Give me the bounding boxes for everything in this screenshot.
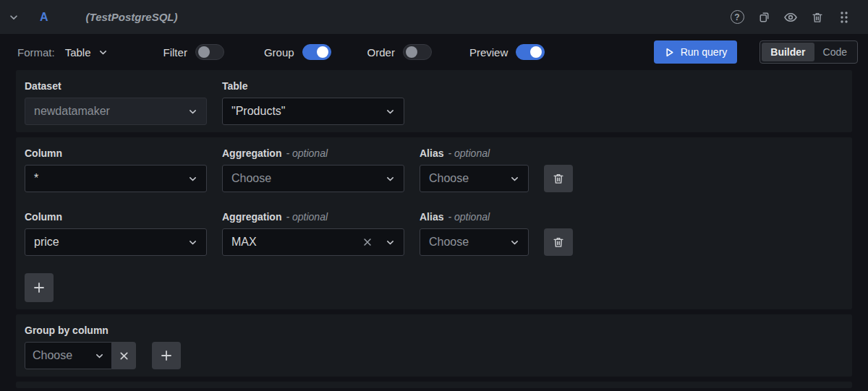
toggle-knob (317, 46, 328, 58)
chevron-down-icon (98, 48, 108, 57)
order-toggle-group: Order (367, 44, 432, 60)
filter-toggle-group: Filter (163, 44, 224, 60)
builder-mode-option[interactable]: Builder (762, 43, 814, 61)
next-section-panel (16, 382, 852, 388)
toggle-knob (406, 46, 417, 58)
select-chevron-icon (386, 238, 395, 247)
filter-toggle-label: Filter (163, 46, 187, 59)
remove-column-button[interactable] (544, 165, 573, 192)
eye-icon (783, 10, 798, 25)
add-column-button[interactable] (25, 273, 54, 302)
alias-select[interactable]: Choose (420, 165, 529, 192)
query-header-actions: ? (729, 9, 852, 25)
group-by-panel: Group by column Choose (16, 314, 852, 377)
query-toolbar: Format: Table Filter Group Order Preview… (0, 34, 868, 70)
clear-x-icon (119, 351, 129, 361)
table-select[interactable]: "Products" (222, 98, 404, 125)
group-toggle-label: Group (264, 46, 294, 59)
select-chevron-icon (510, 238, 519, 247)
plus-icon (161, 350, 172, 361)
dataset-select[interactable]: newdatamaker (25, 98, 207, 125)
format-value: Table (65, 46, 91, 59)
column-row: Column price Aggregation - optional MAX (25, 211, 843, 256)
remove-group-by-button[interactable] (112, 342, 136, 369)
optional-suffix: - optional (448, 147, 490, 159)
dataset-table-panel: Dataset newdatamaker Table "Products" (16, 70, 852, 132)
select-chevron-icon (386, 174, 395, 184)
column-label: Column (25, 147, 207, 159)
remove-column-button[interactable] (544, 228, 573, 256)
filter-toggle[interactable] (195, 44, 224, 60)
run-query-button[interactable]: Run query (654, 40, 738, 64)
optional-suffix: - optional (286, 147, 328, 159)
duplicate-query-button[interactable] (756, 9, 772, 25)
alias-label: Alias - optional (420, 147, 529, 159)
group-by-label: Group by column (25, 325, 843, 336)
select-chevron-icon (386, 107, 395, 116)
order-toggle[interactable] (403, 44, 432, 60)
dataset-label: Dataset (25, 80, 207, 92)
aggregation-select[interactable]: MAX (222, 228, 404, 256)
columns-panel: Column * Aggregation - optional Choose (16, 137, 852, 309)
trash-icon (552, 236, 565, 249)
optional-suffix: - optional (286, 211, 328, 223)
drag-query-button[interactable] (836, 9, 852, 25)
plus-icon (33, 282, 45, 293)
chevron-down-icon (9, 12, 19, 22)
datasource-name: (TestPostgreSQL) (86, 11, 178, 23)
select-chevron-icon (188, 238, 197, 247)
column-select[interactable]: * (25, 165, 207, 192)
delete-query-button[interactable] (809, 9, 825, 25)
run-query-label: Run query (681, 46, 728, 58)
aggregation-select[interactable]: Choose (222, 165, 404, 192)
query-ref-id: A (40, 11, 48, 24)
format-dropdown[interactable]: Format: Table (17, 46, 108, 59)
table-label: Table (222, 80, 404, 92)
query-header: A (TestPostgreSQL) ? (0, 0, 868, 34)
alias-select[interactable]: Choose (420, 228, 529, 256)
column-select[interactable]: price (25, 228, 207, 256)
alias-label: Alias - optional (420, 211, 529, 223)
format-label: Format: (17, 46, 55, 59)
toggle-knob (198, 46, 210, 58)
group-toggle[interactable] (302, 44, 331, 60)
grip-icon (838, 11, 850, 24)
select-chevron-icon (188, 174, 197, 184)
preview-toggle-group: Preview (469, 44, 545, 60)
column-row: Column * Aggregation - optional Choose (25, 147, 843, 192)
select-chevron-icon (188, 107, 197, 116)
copy-icon (757, 10, 771, 24)
play-icon (664, 47, 675, 58)
aggregation-label: Aggregation - optional (222, 211, 404, 223)
hide-query-button[interactable] (783, 9, 799, 25)
trash-icon (552, 172, 565, 185)
code-mode-option[interactable]: Code (814, 43, 856, 61)
order-toggle-label: Order (367, 46, 395, 59)
select-chevron-icon (510, 174, 519, 184)
preview-toggle-label: Preview (469, 46, 508, 59)
aggregation-label: Aggregation - optional (222, 147, 404, 159)
column-label: Column (25, 211, 207, 223)
add-group-by-button[interactable] (152, 342, 181, 369)
editor-mode-switch: Builder Code (760, 40, 858, 64)
select-chevron-icon (95, 351, 104, 361)
toggle-knob (530, 46, 542, 58)
clear-x-icon[interactable] (362, 237, 373, 247)
help-icon: ? (731, 10, 744, 24)
preview-toggle[interactable] (516, 44, 545, 60)
group-toggle-group: Group (264, 44, 331, 60)
collapse-query-button[interactable] (6, 9, 22, 25)
trash-icon (811, 11, 824, 24)
help-button[interactable]: ? (729, 9, 745, 25)
optional-suffix: - optional (448, 211, 490, 223)
group-by-select[interactable]: Choose (25, 342, 112, 369)
